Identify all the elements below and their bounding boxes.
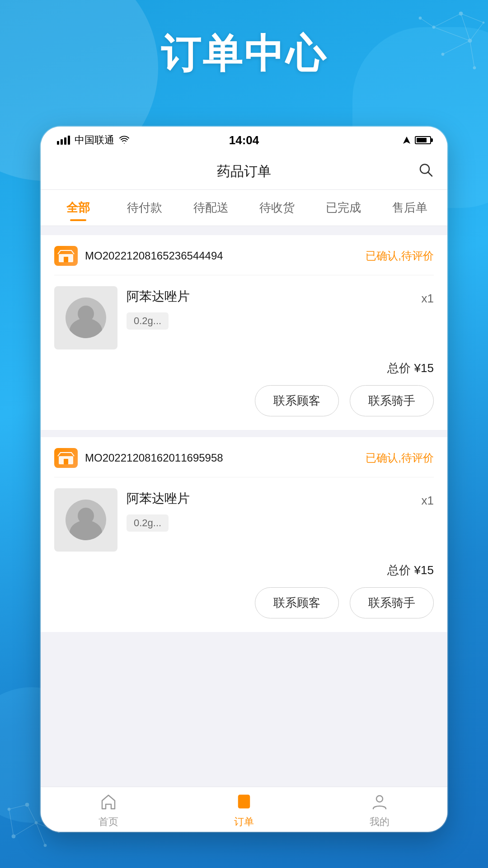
product-price-row-1: 总价 ¥15 xyxy=(41,360,447,385)
app-header: 药品订单 xyxy=(41,154,447,190)
order-icon-1 xyxy=(54,246,78,266)
product-qty-2: x1 xyxy=(422,494,434,508)
order-number-1: MO20221208165236544494 xyxy=(85,250,358,262)
svg-line-26 xyxy=(9,805,27,809)
action-buttons-1: 联系顾客 联系骑手 xyxy=(41,385,447,430)
svg-point-0 xyxy=(459,12,463,15)
wifi-icon xyxy=(119,136,130,145)
order-card-1: MO20221208165236544494 已确认,待评价 阿苯达唑片 0.2… xyxy=(41,235,447,430)
product-info-2: 阿苯达唑片 0.2g... xyxy=(127,488,398,532)
price-label-2: 总价 xyxy=(387,562,411,578)
avatar-placeholder-2 xyxy=(66,500,106,540)
action-buttons-2: 联系顾客 联系骑手 xyxy=(41,587,447,632)
tab-bar: 全部 待付款 待配送 待收货 已完成 售后单 xyxy=(41,190,447,226)
carrier-label: 中国联通 xyxy=(75,133,114,147)
product-image-2 xyxy=(54,488,117,552)
order-card-2-header: MO20221208162011695958 已确认,待评价 xyxy=(41,437,447,477)
product-name-1: 阿苯达唑片 xyxy=(127,288,398,305)
contact-rider-btn-2[interactable]: 联系骑手 xyxy=(350,587,434,618)
product-right-1: x1 xyxy=(407,286,434,306)
product-right-2: x1 xyxy=(407,488,434,508)
product-image-1 xyxy=(54,286,117,349)
svg-line-7 xyxy=(434,14,461,27)
profile-icon xyxy=(369,791,390,812)
orders-icon xyxy=(233,791,255,812)
svg-line-21 xyxy=(14,823,36,836)
tab-pending-delivery[interactable]: 待配送 xyxy=(178,191,244,225)
order-card-1-header: MO20221208165236544494 已确认,待评价 xyxy=(41,235,447,275)
svg-point-16 xyxy=(35,821,38,824)
contact-customer-btn-1[interactable]: 联系顾客 xyxy=(255,385,339,416)
svg-rect-32 xyxy=(64,459,68,464)
product-row-2: 阿苯达唑片 0.2g... x1 xyxy=(41,477,447,562)
nav-home[interactable]: 首页 xyxy=(41,791,176,829)
nav-profile[interactable]: 我的 xyxy=(312,791,447,829)
store-icon xyxy=(57,249,75,263)
battery-fill xyxy=(417,138,427,142)
tab-pending-payment[interactable]: 待付款 xyxy=(112,191,178,225)
product-spec-1: 0.2g... xyxy=(127,312,169,330)
product-price-row-2: 总价 ¥15 xyxy=(41,562,447,587)
contact-customer-btn-2[interactable]: 联系顾客 xyxy=(255,587,339,618)
product-spec-2: 0.2g... xyxy=(127,514,169,532)
home-icon xyxy=(98,791,119,812)
svg-rect-30 xyxy=(64,257,68,262)
product-info-1: 阿苯达唑片 0.2g... xyxy=(127,286,398,330)
phone-frame: 中国联通 14:04 药品订单 xyxy=(41,127,447,832)
status-time: 14:04 xyxy=(229,133,259,147)
tab-completed[interactable]: 已完成 xyxy=(310,191,377,225)
location-icon xyxy=(402,136,411,145)
signal-bars xyxy=(57,136,70,145)
nav-orders-label: 订单 xyxy=(234,815,254,829)
tab-after-sale[interactable]: 售后单 xyxy=(376,191,443,225)
contact-rider-btn-1[interactable]: 联系骑手 xyxy=(350,385,434,416)
price-value-2: ¥15 xyxy=(414,563,434,577)
tab-all[interactable]: 全部 xyxy=(45,191,112,225)
tab-pending-receipt[interactable]: 待收货 xyxy=(244,191,310,225)
search-button[interactable] xyxy=(418,161,434,182)
svg-line-24 xyxy=(27,805,36,823)
store-icon-2 xyxy=(57,451,75,465)
app-header-title: 药品订单 xyxy=(217,162,271,181)
order-status-1: 已确认,待评价 xyxy=(366,249,434,263)
svg-point-5 xyxy=(419,17,422,19)
product-qty-1: x1 xyxy=(422,292,434,306)
order-card-2: MO20221208162011695958 已确认,待评价 阿苯达唑片 0.2… xyxy=(41,437,447,632)
svg-point-19 xyxy=(25,803,29,807)
svg-point-15 xyxy=(12,835,15,838)
bottom-nav: 首页 订单 我的 xyxy=(41,787,447,832)
svg-line-22 xyxy=(9,809,14,836)
search-icon xyxy=(418,161,434,178)
status-right xyxy=(402,136,431,145)
svg-point-37 xyxy=(376,796,383,802)
page-title: 订单中心 xyxy=(0,27,488,81)
svg-point-18 xyxy=(44,844,47,847)
svg-line-13 xyxy=(461,14,483,23)
svg-line-12 xyxy=(420,18,434,27)
page-title-area: 订单中心 xyxy=(0,27,488,81)
nav-orders[interactable]: 订单 xyxy=(176,791,312,829)
product-name-2: 阿苯达唑片 xyxy=(127,490,398,507)
order-list: MO20221208165236544494 已确认,待评价 阿苯达唑片 0.2… xyxy=(41,226,447,787)
avatar-placeholder-1 xyxy=(66,297,106,338)
status-left: 中国联通 xyxy=(57,133,130,147)
nav-home-label: 首页 xyxy=(99,815,118,829)
price-value-1: ¥15 xyxy=(414,361,434,375)
order-status-2: 已确认,待评价 xyxy=(366,451,434,465)
nav-profile-label: 我的 xyxy=(370,815,389,829)
svg-line-28 xyxy=(428,172,432,176)
svg-point-17 xyxy=(8,808,10,811)
svg-point-6 xyxy=(483,22,484,24)
status-bar: 中国联通 14:04 xyxy=(41,127,447,154)
order-icon-2 xyxy=(54,448,78,468)
battery-icon xyxy=(415,136,431,144)
phone-content: 药品订单 全部 待付款 待配送 待收货 已完成 xyxy=(41,154,447,787)
order-number-2: MO20221208162011695958 xyxy=(85,452,358,464)
product-row-1: 阿苯达唑片 0.2g... x1 xyxy=(41,275,447,360)
price-label-1: 总价 xyxy=(387,360,411,376)
